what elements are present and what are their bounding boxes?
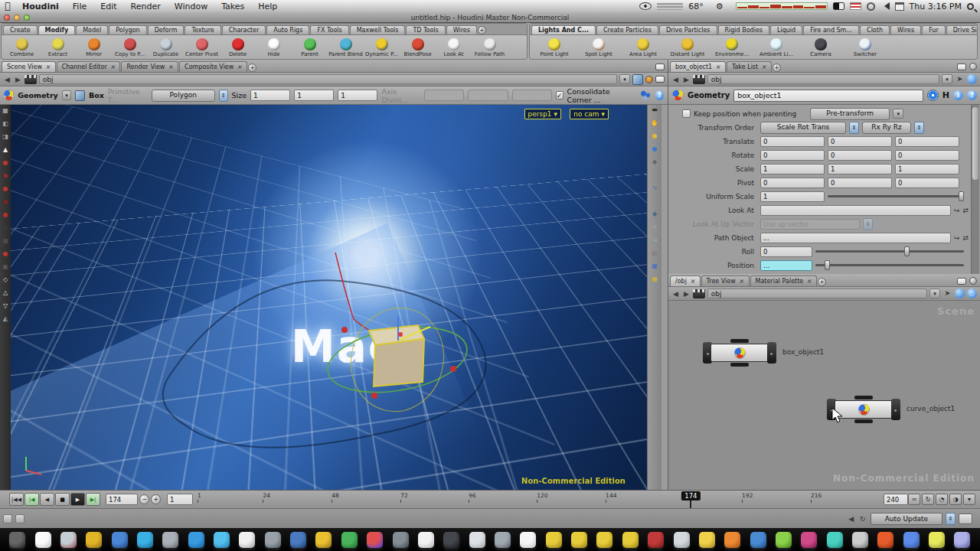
viewport-display-icon[interactable]: ▦ <box>652 263 658 269</box>
viewport-tool-icon[interactable]: ● <box>3 160 8 166</box>
uniform-scale-slider[interactable] <box>828 195 964 197</box>
dock-app-icon[interactable] <box>367 532 383 548</box>
params-scrollbar[interactable] <box>971 105 979 275</box>
shelf-tab[interactable]: Polygon <box>109 25 146 34</box>
transform-order-dropdown[interactable]: Scale Rot Trans <box>760 122 846 134</box>
tab-close-icon[interactable]: × <box>806 278 812 285</box>
shelf-tab[interactable]: Cloth <box>860 25 890 34</box>
dock-app-icon[interactable] <box>622 532 639 548</box>
dock-app-icon[interactable] <box>9 532 25 548</box>
pretransform-dropdown[interactable]: Pre-transform <box>810 108 890 120</box>
dock-app-icon[interactable] <box>60 532 77 548</box>
volume-icon[interactable] <box>880 2 890 10</box>
shelf-tab[interactable]: FX Tools <box>310 25 348 34</box>
keep-position-checkbox[interactable] <box>682 109 691 118</box>
shelf-tool-button[interactable]: Parent <box>292 38 328 57</box>
dock-app-icon[interactable] <box>86 532 102 548</box>
viewport-tool-icon[interactable]: ● <box>3 212 8 218</box>
shelf-tool-button[interactable]: Follow Path <box>472 38 508 57</box>
viewport-tool-icon[interactable]: ▦ <box>2 108 8 114</box>
shelf-tab[interactable]: Fur <box>922 25 946 34</box>
dock-app-icon[interactable] <box>776 532 792 548</box>
node-type-dropdown-icon[interactable]: ▾ <box>62 90 72 100</box>
path-back-icon[interactable]: ◀ <box>671 290 680 298</box>
viewport-display-icon[interactable]: ∿ <box>652 185 658 191</box>
viewport-tool-icon[interactable]: ◭ <box>3 316 8 322</box>
shelf-tab[interactable]: Create <box>3 25 38 34</box>
transport-button[interactable]: ▶ <box>70 493 85 506</box>
node-flag-right[interactable]: ▸ <box>767 342 776 364</box>
auto-update-stepper[interactable]: ⇕ <box>946 513 956 525</box>
viewport-tool-icon[interactable]: ▲ <box>3 147 8 153</box>
shelf-tool-button[interactable]: BlendPose <box>400 38 436 57</box>
shelf-tab[interactable]: Deform <box>148 25 185 34</box>
menu-item[interactable]: Houdini <box>15 2 66 11</box>
rotate-x-field[interactable]: 0 <box>760 150 825 161</box>
transport-button[interactable]: ▶| <box>86 493 100 506</box>
viewport-display-icon[interactable]: ● <box>652 146 658 152</box>
shelf-tool-button[interactable]: Mirror <box>76 38 112 57</box>
dock-app-icon[interactable] <box>341 532 358 548</box>
path-field[interactable]: obj <box>39 74 617 84</box>
roll-slider[interactable] <box>815 250 964 253</box>
viewport-display-icon[interactable]: ● <box>652 133 658 139</box>
dock-app-icon[interactable] <box>35 532 51 548</box>
pane-add-tab-button[interactable]: + <box>248 64 256 72</box>
viewport-tool-icon[interactable]: ◉ <box>3 199 8 205</box>
op-hook-icon[interactable]: ↪ <box>954 234 960 242</box>
tab-close-icon[interactable]: × <box>690 278 695 285</box>
dock-app-icon[interactable] <box>162 532 178 548</box>
dock-app-icon[interactable] <box>112 532 128 548</box>
op-swap-icon[interactable]: ⇄ <box>962 207 969 214</box>
dock-app-icon[interactable] <box>495 532 511 548</box>
op-swap-icon[interactable]: ⇄ <box>962 234 969 242</box>
gear-menu-icon[interactable]: ⚙ <box>709 2 730 11</box>
shelf-tab[interactable]: Character <box>222 25 266 34</box>
path-node-icon[interactable] <box>24 75 37 84</box>
shelf-tab[interactable]: Fire and Sm... <box>803 25 859 34</box>
transport-button[interactable]: |◀ <box>24 493 39 506</box>
shelf-tab[interactable]: Maxwell Tools <box>350 25 406 34</box>
network-editor[interactable]: Scene ◂ ▸ box_object1 ◂ ▸ curve_object1 … <box>668 301 980 490</box>
pane-menu-icon[interactable] <box>969 63 977 70</box>
rotate-order-dropdown[interactable]: Rx Ry Rz <box>862 122 911 134</box>
shelf-tool-button[interactable]: Environme... <box>710 38 754 57</box>
timeline-ruler[interactable]: 124487296120144192216 174 <box>198 491 879 508</box>
shelf-tab[interactable]: Drive Simula... <box>946 25 978 34</box>
dock-app-icon[interactable] <box>393 532 409 548</box>
spotlight-icon[interactable] <box>967 3 974 10</box>
tab-close-icon[interactable]: × <box>761 64 766 70</box>
position-field[interactable]: ... <box>760 260 812 271</box>
shelf-tab[interactable]: Texture <box>185 25 220 34</box>
time-machine-icon[interactable] <box>867 2 875 11</box>
dock-app-icon[interactable] <box>648 532 664 548</box>
auto-update-dropdown[interactable]: Auto Update <box>871 513 942 525</box>
shelf-tool-button[interactable]: Hide <box>256 38 292 57</box>
primitive-type-dropdown[interactable]: Polygon <box>152 90 215 102</box>
tab-close-icon[interactable]: × <box>168 64 173 70</box>
shelf-tool-button[interactable]: Spot Light <box>577 38 621 57</box>
viewport-display-icon[interactable]: · <box>654 172 656 178</box>
shelf-tab[interactable]: Modify <box>38 25 76 34</box>
path-dropdown-icon[interactable]: ▾ <box>929 289 940 298</box>
path-forward-icon[interactable]: ▶ <box>682 76 691 83</box>
shelf-tab[interactable]: Rigid Bodies <box>718 25 769 34</box>
dock-app-icon[interactable] <box>137 532 153 548</box>
dock-app-icon[interactable] <box>929 532 945 548</box>
transport-button[interactable]: ◀ <box>40 493 54 506</box>
shelf-tab[interactable]: Lights And C... <box>531 25 596 34</box>
menu-item[interactable]: Render <box>124 2 168 11</box>
dock-app-icon[interactable] <box>214 532 230 548</box>
pane-add-tab-button[interactable]: + <box>818 278 826 286</box>
viewport-tool-icon[interactable]: ◆ <box>3 225 8 231</box>
dock-app-icon[interactable] <box>443 532 459 548</box>
sync-icon[interactable] <box>955 289 965 298</box>
dock-app-icon[interactable] <box>290 532 306 548</box>
apple-menu-icon[interactable]:  <box>0 1 15 11</box>
viewport-display-icon[interactable]: ◆ <box>652 159 657 165</box>
range-end-field[interactable] <box>884 494 908 505</box>
transport-button[interactable]: |◀◀ <box>9 493 24 506</box>
tab-close-icon[interactable]: × <box>237 64 242 70</box>
search-icon[interactable]: ◌ <box>967 289 977 298</box>
viewport-tool-icon[interactable]: ▽ <box>3 303 8 309</box>
